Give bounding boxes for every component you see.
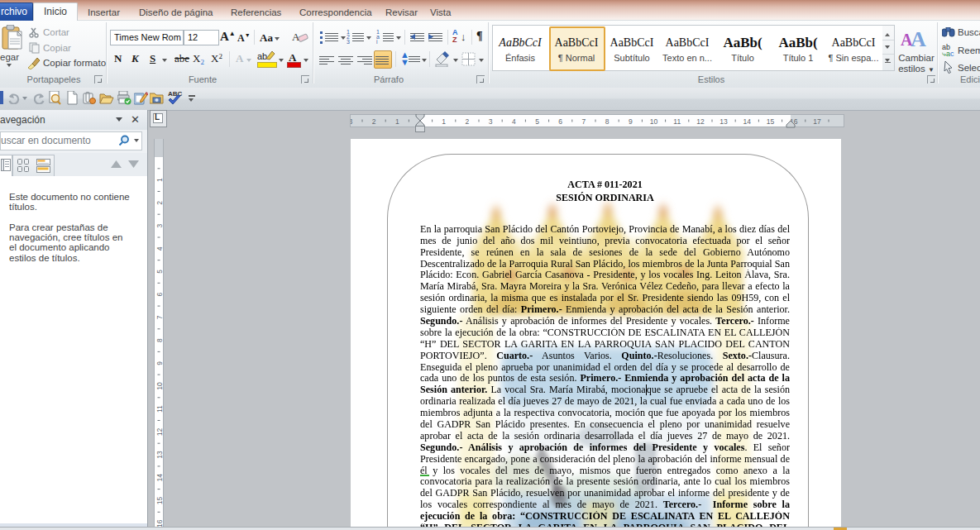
svg-text:14: 14	[743, 117, 752, 126]
svg-text:4: 4	[512, 117, 516, 126]
svg-text:3: 3	[155, 223, 164, 227]
svg-text:14: 14	[155, 474, 164, 482]
svg-text:9: 9	[155, 361, 164, 365]
svg-text:3: 3	[351, 117, 353, 126]
svg-text:7: 7	[155, 315, 164, 319]
svg-text:11: 11	[673, 117, 681, 126]
svg-text:9: 9	[629, 117, 633, 126]
svg-text:3: 3	[489, 117, 493, 126]
svg-text:5: 5	[535, 117, 539, 126]
svg-text:12: 12	[155, 427, 164, 436]
svg-text:11: 11	[155, 405, 164, 413]
svg-text:10: 10	[155, 382, 164, 390]
svg-text:2: 2	[155, 201, 164, 205]
svg-text:15: 15	[767, 117, 775, 126]
svg-text:2: 2	[466, 117, 470, 126]
svg-text:8: 8	[605, 117, 610, 126]
svg-text:8: 8	[155, 338, 164, 342]
svg-text:2: 2	[372, 117, 376, 126]
svg-text:4: 4	[155, 246, 164, 251]
svg-text:10: 10	[650, 117, 658, 126]
svg-text:15: 15	[155, 497, 164, 505]
svg-text:6: 6	[558, 117, 562, 126]
svg-text:5: 5	[155, 270, 164, 274]
svg-text:7: 7	[582, 117, 586, 126]
svg-text:12: 12	[696, 117, 705, 126]
svg-text:13: 13	[719, 117, 728, 126]
svg-text:1: 1	[442, 117, 446, 126]
svg-text:6: 6	[155, 293, 164, 297]
svg-text:1: 1	[395, 117, 399, 126]
svg-text:17: 17	[813, 117, 821, 126]
svg-text:1: 1	[155, 178, 164, 182]
svg-text:13: 13	[155, 451, 164, 459]
